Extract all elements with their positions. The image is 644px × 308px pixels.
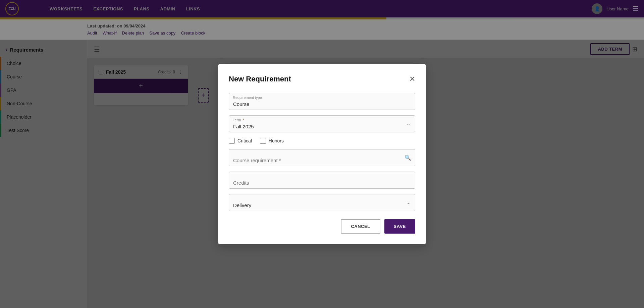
- honors-checkbox[interactable]: [260, 138, 266, 144]
- requirement-type-group: Requirement type: [229, 93, 415, 110]
- modal-title: New Requirement: [229, 75, 291, 83]
- critical-checkbox-label[interactable]: Critical: [229, 138, 252, 144]
- course-requirement-input[interactable]: [229, 149, 415, 166]
- new-requirement-modal: New Requirement ✕ Requirement type Term …: [218, 64, 426, 244]
- modal-overlay: New Requirement ✕ Requirement type Term …: [0, 0, 644, 308]
- honors-checkbox-label[interactable]: Honors: [260, 138, 284, 144]
- credits-input[interactable]: [229, 172, 415, 189]
- cancel-button[interactable]: CANCEL: [341, 219, 380, 234]
- term-select[interactable]: Fall 2025: [229, 115, 415, 132]
- credits-group: [229, 172, 415, 189]
- modal-close-button[interactable]: ✕: [409, 75, 415, 83]
- requirement-type-input[interactable]: [229, 93, 415, 110]
- critical-checkbox[interactable]: [229, 138, 235, 144]
- delivery-group: Delivery ⌄: [229, 194, 415, 211]
- course-requirement-group: 🔍: [229, 149, 415, 166]
- delivery-select[interactable]: Delivery: [229, 194, 415, 211]
- checkboxes-row: Critical Honors: [229, 138, 415, 144]
- critical-label: Critical: [237, 138, 252, 143]
- honors-label: Honors: [269, 138, 284, 143]
- modal-header: New Requirement ✕: [229, 75, 415, 83]
- modal-footer: CANCEL SAVE: [229, 219, 415, 234]
- term-group: Term * Fall 2025 ⌄: [229, 115, 415, 132]
- save-button[interactable]: SAVE: [384, 219, 415, 234]
